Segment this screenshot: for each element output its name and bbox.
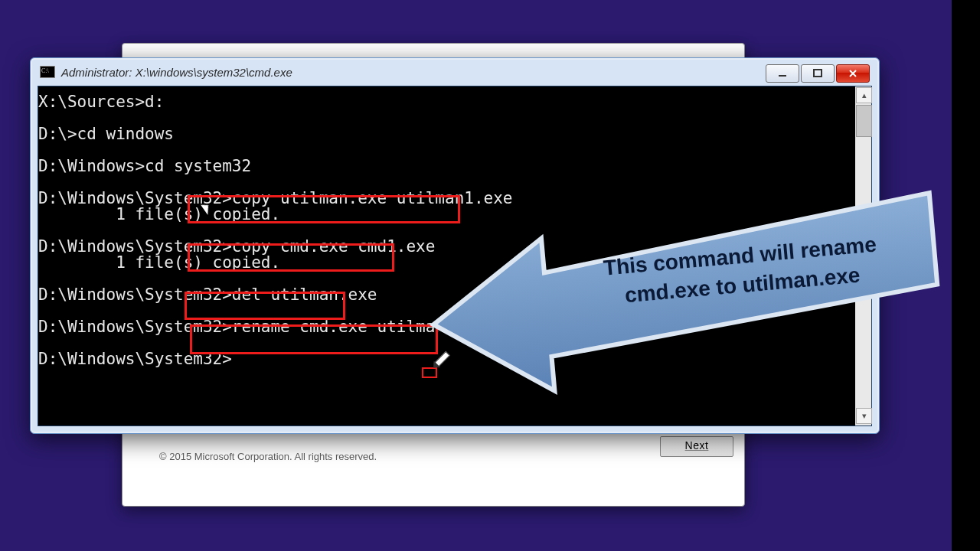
terminal-client-area: X:\Sources>d: D:\>cd windows D:\Windows>…	[38, 86, 872, 426]
minimize-button[interactable]	[766, 64, 799, 83]
maximize-icon	[812, 68, 823, 79]
highlight-box	[188, 243, 394, 272]
titlebar[interactable]: Administrator: X:\windows\system32\cmd.e…	[32, 60, 877, 84]
terminal-line	[38, 303, 855, 319]
terminal-line: D:\Windows\System32>del utilman.exe	[38, 287, 855, 303]
cmd-window: Administrator: X:\windows\system32\cmd.e…	[30, 57, 880, 434]
close-button[interactable]	[836, 64, 870, 83]
cmd-icon	[40, 66, 55, 78]
next-button[interactable]: Next	[660, 436, 733, 457]
highlight-box	[190, 324, 438, 354]
scroll-up-button[interactable]: ▴	[856, 87, 872, 103]
terminal-line	[38, 174, 855, 191]
terminal-line: D:\Windows\System32>copy cmd.exe cmd1.ex…	[38, 239, 855, 255]
terminal-line: D:\Windows\System32>rename cmd.exe utilm…	[38, 319, 855, 335]
terminal-line: 1 file(s) copied.	[38, 255, 855, 271]
setup-footer: © 2015 Microsoft Corporation. All rights…	[122, 433, 744, 506]
scrollbar-thumb[interactable]	[856, 105, 872, 137]
window-controls	[766, 64, 870, 83]
minimize-icon	[777, 68, 788, 79]
terminal-line: X:\Sources>d:	[38, 94, 855, 110]
vertical-scrollbar[interactable]: ▴ ▾	[855, 86, 871, 425]
terminal-line	[38, 335, 855, 351]
terminal-line	[38, 271, 855, 287]
copyright-text: © 2015 Microsoft Corporation. All rights…	[159, 451, 377, 462]
terminal-line: D:\Windows>cd system32	[38, 158, 855, 174]
svg-rect-1	[814, 70, 822, 77]
close-icon	[848, 68, 858, 79]
terminal-line: D:\>cd windows	[38, 126, 855, 142]
terminal-line	[38, 142, 855, 158]
desktop-background: © 2015 Microsoft Corporation. All rights…	[0, 0, 952, 551]
terminal-output[interactable]: X:\Sources>d: D:\>cd windows D:\Windows>…	[38, 86, 855, 425]
chevron-down-icon: ▾	[862, 411, 867, 421]
maximize-button[interactable]	[801, 64, 835, 83]
scroll-down-button[interactable]: ▾	[856, 408, 872, 424]
terminal-line	[38, 110, 855, 126]
chevron-up-icon: ▴	[862, 90, 867, 100]
highlight-box	[185, 292, 345, 320]
window-title: Administrator: X:\windows\system32\cmd.e…	[61, 66, 292, 79]
highlight-box	[188, 195, 460, 223]
terminal-line	[38, 223, 855, 239]
svg-rect-0	[779, 75, 786, 77]
